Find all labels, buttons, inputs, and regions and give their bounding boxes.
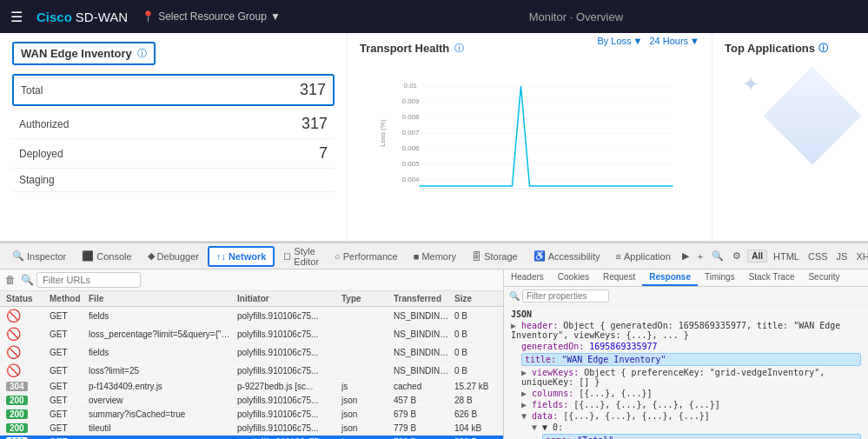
collapse-header-arrow[interactable]: ▶ (511, 321, 516, 330)
json-data-key: data: (532, 411, 558, 421)
hours-filter[interactable]: 24 Hours ▼ (649, 36, 699, 46)
stat-total-value: 317 (300, 81, 326, 99)
network-requests-table: Status Method File Initiator Type Transf… (0, 291, 503, 439)
subtab-headers[interactable]: Headers (504, 269, 551, 286)
json-data-0-name: name: "Total" (542, 434, 861, 439)
response-panel: Headers Cookies Request Response Timings… (504, 269, 868, 439)
stat-deployed-value: 7 (319, 144, 328, 163)
json-data-value: [{...}, {...}, {...}, {...}] (563, 411, 710, 421)
top-applications-info-icon[interactable]: ⓘ (818, 42, 828, 55)
tab-inspector[interactable]: 🔍 Inspector (5, 247, 73, 265)
transport-health-filters: By Loss ▼ 24 Hours ▼ (597, 36, 699, 46)
table-row[interactable]: 304 GET p-f143d409.entry.js p-9227bedb.j… (0, 380, 503, 394)
search-icon[interactable]: 🔍 (709, 249, 726, 263)
table-row[interactable]: 🚫 GET fields polyfills.910106c75... NS_B… (0, 307, 503, 325)
json-data-0[interactable]: ▼ ▼ 0: (532, 422, 861, 432)
table-row-selected[interactable]: 200 GET summary ⬥ polyfills.910106c75...… (0, 436, 503, 439)
stat-total-row: Total 317 (12, 74, 335, 106)
devtools-tab-bar: 🔍 Inspector ⬛ Console ◆ Debugger ↑↓ Netw… (0, 243, 868, 269)
subtab-stack-trace[interactable]: Stack Trace (742, 269, 802, 286)
json-columns-value: [{...}, {...}] (579, 389, 652, 398)
add-icon[interactable]: + (695, 249, 706, 263)
tab-network-label: Network (229, 251, 266, 262)
subtab-request[interactable]: Request (596, 269, 642, 286)
stat-staging-label: Staging (19, 174, 328, 186)
json-header-section[interactable]: ▶ header: Object { generatedOn: 16958693… (511, 321, 861, 340)
page-title-area: Monitor · Overview (295, 10, 858, 23)
table-row[interactable]: 🚫 GET fields polyfills.910106c75... NS_B… (0, 343, 503, 362)
brand-logo: Cisco SD-WAN (36, 10, 128, 24)
json-name-value: "Total" (577, 436, 613, 439)
tab-debugger-label: Debugger (157, 251, 199, 262)
accessibility-icon: ♿ (533, 250, 546, 262)
tab-console[interactable]: ⬛ Console (75, 247, 138, 265)
js-tab[interactable]: JS (834, 249, 851, 263)
transferred-cell: NS_BINDING_ABOR... (391, 310, 452, 322)
style-editor-icon: ◻ (283, 250, 291, 262)
network-filter-input[interactable] (36, 272, 141, 288)
wan-edge-info-icon[interactable]: ⓘ (137, 47, 147, 60)
tab-inspector-label: Inspector (27, 251, 66, 262)
collapse-fields-arrow[interactable]: ▶ (521, 400, 527, 409)
tab-network[interactable]: ↑↓ Network (208, 246, 275, 267)
svg-text:0.01: 0.01 (404, 82, 418, 90)
table-row[interactable]: 🚫 GET loss_percentage?limit=5&query={"qu… (0, 325, 503, 343)
table-row[interactable]: 🚫 GET loss?limit=25 polyfills.910106c75.… (0, 362, 503, 380)
play-icon[interactable]: ▶ (679, 249, 692, 263)
collapse-columns-arrow[interactable]: ▶ (521, 389, 527, 398)
json-view-keys[interactable]: ▶ viewKeys: Object { preferenceKey: "gri… (521, 368, 861, 387)
tab-style-editor[interactable]: ◻ Style Editor (276, 243, 326, 270)
html-tab[interactable]: HTML (771, 249, 802, 263)
filter-icon: 🔍 (21, 274, 34, 286)
by-loss-filter[interactable]: By Loss ▼ (597, 36, 642, 46)
subtab-timings[interactable]: Timings (698, 269, 742, 286)
tab-accessibility[interactable]: ♿ Accessibility (527, 247, 607, 265)
page-separator: · (570, 10, 576, 23)
collapse-viewkeys-arrow[interactable]: ▶ (521, 368, 527, 377)
network-table-header: Status Method File Initiator Type Transf… (0, 291, 503, 307)
svg-text:0.007: 0.007 (402, 129, 421, 136)
header-status: Status (3, 293, 47, 304)
json-fields[interactable]: ▶ fields: [{...}, {...}, {...}, {...}] (521, 400, 861, 409)
filter-properties-input[interactable] (522, 289, 609, 303)
subtab-response[interactable]: Response (642, 269, 698, 286)
json-columns[interactable]: ▶ columns: [{...}, {...}] (521, 389, 861, 398)
collapse-data-arrow[interactable]: ▼ (521, 411, 527, 421)
resource-group-label: Select Resource Group (158, 10, 267, 23)
xhr-tab[interactable]: XHR (853, 249, 868, 263)
resource-group-selector[interactable]: 📍 Select Resource Group ▼ (142, 10, 281, 23)
collapse-data0-arrow[interactable]: ▼ (532, 422, 537, 432)
all-filter-tab[interactable]: All (747, 249, 767, 263)
table-row[interactable]: 200 GET tileutil polyfills.910106c75... … (0, 422, 503, 436)
css-tab[interactable]: CSS (805, 249, 831, 263)
tab-debugger[interactable]: ◆ Debugger (141, 247, 206, 265)
hamburger-icon[interactable]: ☰ (10, 9, 23, 25)
settings-icon[interactable]: ⚙ (730, 249, 744, 263)
table-row[interactable]: 200 GET summary?isCached=true polyfills.… (0, 408, 503, 422)
json-data[interactable]: ▼ data: [{...}, {...}, {...}, {...}] (521, 411, 861, 421)
response-toolbar: 🔍 (504, 287, 868, 306)
header-size: Size (452, 293, 500, 304)
star-decoration: ✦ (742, 72, 759, 96)
header-method: Method (47, 293, 86, 304)
stat-deployed-label: Deployed (19, 148, 319, 160)
tab-storage[interactable]: 🗄 Storage (465, 248, 525, 265)
wan-edge-panel: WAN Edge Inventory ⓘ Total 317 Authorize… (0, 33, 348, 241)
application-icon: ≡ (616, 251, 621, 262)
tab-application[interactable]: ≡ Application (609, 248, 678, 265)
header-type: Type (339, 293, 391, 304)
stat-deployed-row: Deployed 7 (12, 139, 335, 169)
tab-performance[interactable]: ○ Performance (328, 248, 405, 265)
header-file: File (86, 293, 235, 304)
tab-console-label: Console (96, 251, 131, 262)
debugger-icon: ◆ (148, 250, 155, 262)
status-blocked-icon: 🚫 (6, 363, 21, 377)
clear-network-button[interactable]: 🗑 (5, 274, 16, 286)
tab-memory[interactable]: ■ Memory (407, 248, 463, 265)
table-row[interactable]: 200 GET overview polyfills.910106c75... … (0, 394, 503, 408)
subtab-cookies[interactable]: Cookies (551, 269, 596, 286)
json-title-value: "WAN Edge Inventory" (561, 355, 666, 364)
svg-text:0.005: 0.005 (402, 160, 421, 168)
subtab-security[interactable]: Security (801, 269, 846, 286)
transport-health-info-icon[interactable]: ⓘ (454, 42, 464, 55)
